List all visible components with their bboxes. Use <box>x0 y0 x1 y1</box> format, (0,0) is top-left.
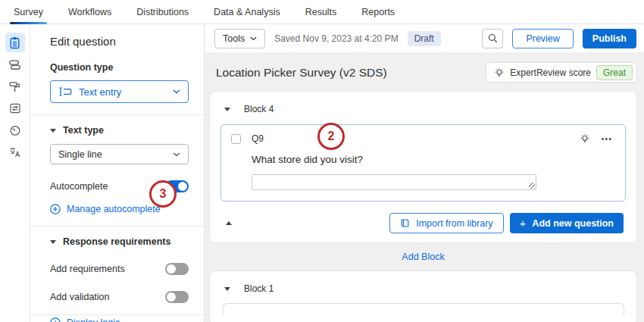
survey-canvas: Location Picker Survey (v2 SDS) ExpertRe… <box>205 52 644 322</box>
tab-survey[interactable]: Survey <box>14 0 43 24</box>
annotation-circle-3: 3 <box>149 180 177 208</box>
question-lightbulb-icon[interactable] <box>580 133 590 144</box>
question-type-value: Text entry <box>79 86 121 98</box>
autocomplete-label: Autocomplete <box>50 181 108 192</box>
answer-text-input[interactable] <box>252 174 536 190</box>
collapse-caret-icon <box>50 240 56 244</box>
response-requirements-section-header[interactable]: Response requirements <box>50 236 189 247</box>
tab-distributions[interactable]: Distributions <box>136 0 189 24</box>
tab-reports[interactable]: Reports <box>361 0 395 24</box>
add-question-label: Add new question <box>532 218 614 229</box>
chevron-down-icon <box>173 89 180 94</box>
library-book-icon <box>400 218 410 228</box>
chevron-down-icon <box>250 36 257 41</box>
question-id: Q9 <box>252 133 264 144</box>
score-badge: Great <box>596 65 633 80</box>
tab-workflows[interactable]: Workflows <box>68 0 111 24</box>
block-name: Block 4 <box>244 104 274 114</box>
preview-button[interactable]: Preview <box>512 29 573 48</box>
add-block-link[interactable]: Add Block <box>209 252 637 262</box>
plus-circle-icon <box>50 204 61 214</box>
response-requirements-label: Response requirements <box>63 236 170 247</box>
lightbulb-icon <box>494 67 505 78</box>
text-type-label: Text type <box>63 125 104 136</box>
question-menu-icon[interactable] <box>601 134 612 143</box>
top-nav: Survey Workflows Distributions Data & An… <box>0 0 644 24</box>
block-collapse-caret[interactable] <box>224 108 230 111</box>
add-validation-toggle[interactable] <box>165 291 189 303</box>
expert-review-pill[interactable]: ExpertReview score Great <box>486 62 637 83</box>
question-type-dropdown[interactable]: Text entry <box>50 80 189 103</box>
publish-button[interactable]: Publish <box>583 29 636 48</box>
text-type-value: Single line <box>58 149 102 160</box>
block-name: Block 1 <box>244 283 274 294</box>
annotation-circle-2: 2 <box>317 123 345 150</box>
plus-circle-icon <box>50 317 61 322</box>
sidebar-item-look-and-feel[interactable] <box>5 77 25 96</box>
question-card-partial[interactable] <box>223 303 624 315</box>
question-card-q9[interactable]: Q9 What store did you visit? <box>220 124 626 202</box>
add-new-question-button[interactable]: + Add new question <box>510 213 624 233</box>
panel-title: Edit question <box>50 35 189 48</box>
survey-title: Location Picker Survey (v2 SDS) <box>216 66 387 80</box>
import-label: Import from library <box>416 218 492 229</box>
display-logic-link[interactable]: Display logic <box>50 317 120 322</box>
tab-results[interactable]: Results <box>305 0 337 24</box>
collapse-caret-icon <box>50 129 56 133</box>
sidebar-item-survey-options[interactable] <box>5 98 25 118</box>
text-entry-icon <box>58 86 72 97</box>
block-footer-collapse-caret[interactable] <box>226 221 232 225</box>
tab-data-analysis[interactable]: Data & Analysis <box>214 0 280 24</box>
block-card-1: Block 1 <box>209 270 637 322</box>
add-validation-label: Add validation <box>50 292 110 302</box>
add-requirements-label: Add requirements <box>50 264 125 274</box>
block-collapse-caret[interactable] <box>224 287 230 291</box>
display-logic-label: Display logic <box>67 317 120 322</box>
translations-icon <box>9 146 21 158</box>
saved-status-text: Saved Nov 9, 2023 at 4:20 PM <box>274 33 398 44</box>
survey-options-icon <box>9 102 21 114</box>
tools-dropdown-button[interactable]: Tools <box>214 29 265 48</box>
look-and-feel-icon <box>8 80 21 93</box>
expert-review-label: ExpertReview score <box>510 67 591 78</box>
sidebar-item-builder[interactable] <box>5 33 25 52</box>
question-checkbox[interactable] <box>231 134 241 144</box>
panel-divider <box>30 226 204 227</box>
block-card-4: Block 4 Q9 What store did you visit? <box>209 91 637 243</box>
score-gauge-icon <box>9 124 21 136</box>
search-button[interactable] <box>482 29 503 48</box>
editor-toolbar: Tools Saved Nov 9, 2023 at 4:20 PM Draft… <box>205 24 644 52</box>
import-from-library-button[interactable]: Import from library <box>389 213 503 233</box>
panel-divider <box>30 314 204 315</box>
panel-divider <box>30 114 204 115</box>
text-type-section-header[interactable]: Text type <box>50 125 189 136</box>
manage-autocomplete-label: Manage autocomplete <box>67 204 161 214</box>
draft-status-badge: Draft <box>408 31 441 46</box>
add-requirements-toggle[interactable] <box>165 263 189 275</box>
left-icon-rail <box>0 24 30 322</box>
search-icon <box>488 33 498 43</box>
sidebar-item-translations[interactable] <box>5 142 25 162</box>
survey-builder-icon <box>8 36 21 49</box>
text-type-select[interactable]: Single line <box>50 144 189 164</box>
edit-question-panel: Edit question Question type Text entry T… <box>30 24 205 322</box>
question-text[interactable]: What store did you visit? <box>252 154 615 165</box>
question-type-label: Question type <box>50 62 189 73</box>
plus-icon: + <box>520 217 527 229</box>
sidebar-item-survey-flow[interactable] <box>5 55 25 74</box>
survey-flow-icon <box>8 58 21 71</box>
sidebar-item-score[interactable] <box>5 120 25 140</box>
chevron-down-icon <box>173 152 180 157</box>
tools-label: Tools <box>223 33 245 44</box>
